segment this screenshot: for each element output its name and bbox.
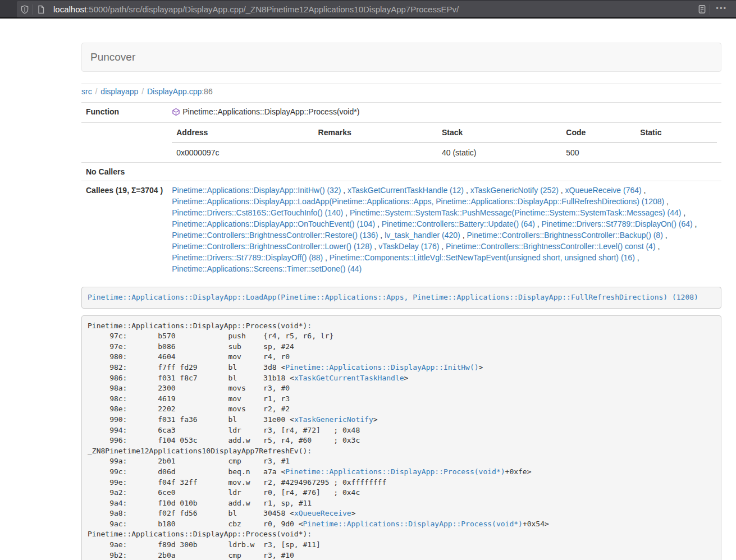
callee-link[interactable]: Pinetime::Components::LittleVgl::SetNewT…: [330, 253, 635, 262]
url-host: localhost: [53, 4, 86, 14]
stats-row: Address Remarks Stack Code Static 0x0000…: [81, 123, 721, 163]
code-value: 500: [561, 143, 636, 162]
callees-list: Pinetime::Applications::DisplayApp::Init…: [167, 181, 721, 278]
stats-row-empty-cell: [81, 123, 167, 163]
table-row: 0x0000097c 40 (static) 500: [172, 143, 717, 162]
breadcrumb-separator: /: [94, 87, 99, 96]
shield-icon[interactable]: [17, 2, 33, 17]
callee-link[interactable]: Pinetime::Controllers::BrightnessControl…: [172, 242, 372, 251]
static-value: [636, 143, 717, 162]
disasm-symbol-link[interactable]: xTaskGenericNotify: [294, 415, 373, 424]
function-row: Function Pinetime::Applications::Display…: [81, 103, 721, 123]
stack-value: 40 (static): [437, 143, 561, 162]
function-table: Function Pinetime::Applications::Display…: [81, 102, 721, 278]
disassembly-block: Pinetime::Applications::DisplayApp::Proc…: [81, 315, 721, 560]
callee-link[interactable]: Pinetime::Applications::DisplayApp::OnTo…: [172, 219, 375, 228]
disasm-symbol-link[interactable]: Pinetime::Applications::DisplayApp::Init…: [285, 363, 478, 371]
reader-mode-icon[interactable]: [694, 2, 710, 17]
browser-toolbar: localhost:5000/path/src/displayapp/Displ…: [0, 0, 736, 19]
breadcrumb-line-number: :86: [202, 87, 212, 96]
symbol-cube-icon: [172, 108, 180, 119]
column-header-stack: Stack: [437, 123, 561, 143]
stats-table: Address Remarks Stack Code Static 0x0000…: [172, 123, 717, 162]
callee-link[interactable]: Pinetime::Drivers::St7789::DisplayOn() (…: [542, 219, 693, 228]
callee-link[interactable]: Pinetime::Applications::DisplayApp::Load…: [172, 197, 664, 206]
brand-link[interactable]: Puncover: [82, 51, 135, 63]
disassembly-code: Pinetime::Applications::DisplayApp::Proc…: [88, 322, 549, 559]
callee-link[interactable]: Pinetime::Controllers::BrightnessControl…: [172, 231, 378, 240]
callee-link[interactable]: lv_task_handler (420): [385, 231, 460, 240]
column-header-static: Static: [636, 123, 717, 143]
page-icon[interactable]: [33, 2, 49, 17]
callee-link[interactable]: xTaskGetCurrentTaskHandle (12): [348, 186, 464, 195]
callees-label: Callees (19, Σ=3704 ): [81, 181, 167, 278]
url-bar[interactable]: localhost:5000/path/src/displayapp/Displ…: [17, 1, 736, 17]
no-callers-label: No Callers: [81, 163, 167, 181]
overflow-menu-icon[interactable]: •••: [710, 6, 733, 13]
snippet-link[interactable]: Pinetime::Applications::DisplayApp::Load…: [88, 293, 698, 301]
caller-snippet-block: Pinetime::Applications::DisplayApp::Load…: [81, 287, 721, 309]
callee-link[interactable]: Pinetime::Drivers::Cst816S::GetTouchInfo…: [172, 208, 343, 217]
breadcrumb-separator: /: [140, 87, 145, 96]
callee-link[interactable]: Pinetime::System::SystemTask::PushMessag…: [350, 208, 682, 217]
remarks-value: [314, 143, 437, 162]
disasm-symbol-link[interactable]: Pinetime::Applications::DisplayApp::Proc…: [303, 520, 523, 528]
function-name-cell: Pinetime::Applications::DisplayApp::Proc…: [167, 103, 721, 123]
url-path: :5000/path/src/displayapp/DisplayApp.cpp…: [86, 4, 459, 14]
callee-link[interactable]: Pinetime::Controllers::Battery::Update()…: [382, 219, 535, 228]
disasm-symbol-link[interactable]: xQueueReceive: [294, 509, 351, 517]
column-header-address: Address: [172, 123, 313, 143]
url-text[interactable]: localhost:5000/path/src/displayapp/Displ…: [53, 4, 694, 14]
column-header-remarks: Remarks: [314, 123, 437, 143]
callee-link[interactable]: Pinetime::Drivers::St7789::DisplayOff() …: [172, 253, 323, 262]
breadcrumb-link-displayapp[interactable]: displayapp: [100, 87, 138, 96]
column-header-code: Code: [561, 123, 636, 143]
callee-link[interactable]: xTaskGenericNotify (252): [470, 186, 559, 195]
divider: [81, 83, 721, 84]
callee-link[interactable]: Pinetime::Applications::Screens::Timer::…: [172, 264, 362, 273]
page-container: Puncover src / displayapp / DisplayApp.c…: [81, 43, 721, 560]
callee-link[interactable]: Pinetime::Controllers::BrightnessControl…: [446, 242, 655, 251]
function-name: Pinetime::Applications::DisplayApp::Proc…: [182, 107, 359, 116]
breadcrumb-link-src[interactable]: src: [81, 87, 92, 96]
stats-table-cell: Address Remarks Stack Code Static 0x0000…: [167, 123, 721, 163]
breadcrumb: src / displayapp / DisplayApp.cpp:86: [81, 87, 721, 96]
disasm-symbol-link[interactable]: Pinetime::Applications::DisplayApp::Proc…: [285, 467, 505, 476]
callee-link[interactable]: vTaskDelay (176): [378, 242, 439, 251]
no-callers-row: No Callers: [81, 163, 721, 181]
callee-link[interactable]: Pinetime::Controllers::BrightnessControl…: [467, 231, 662, 240]
no-callers-empty-cell: [167, 163, 721, 181]
breadcrumb-link-file[interactable]: DisplayApp.cpp: [147, 87, 202, 96]
callee-link[interactable]: Pinetime::Applications::DisplayApp::Init…: [172, 186, 341, 195]
callee-link[interactable]: xQueueReceive (764): [565, 186, 642, 195]
disasm-symbol-link[interactable]: xTaskGetCurrentTaskHandle: [294, 374, 404, 382]
function-label: Function: [81, 103, 167, 123]
navbar: Puncover: [81, 43, 721, 72]
address-value: 0x0000097c: [172, 143, 313, 162]
callees-row: Callees (19, Σ=3704 ) Pinetime::Applicat…: [81, 181, 721, 278]
